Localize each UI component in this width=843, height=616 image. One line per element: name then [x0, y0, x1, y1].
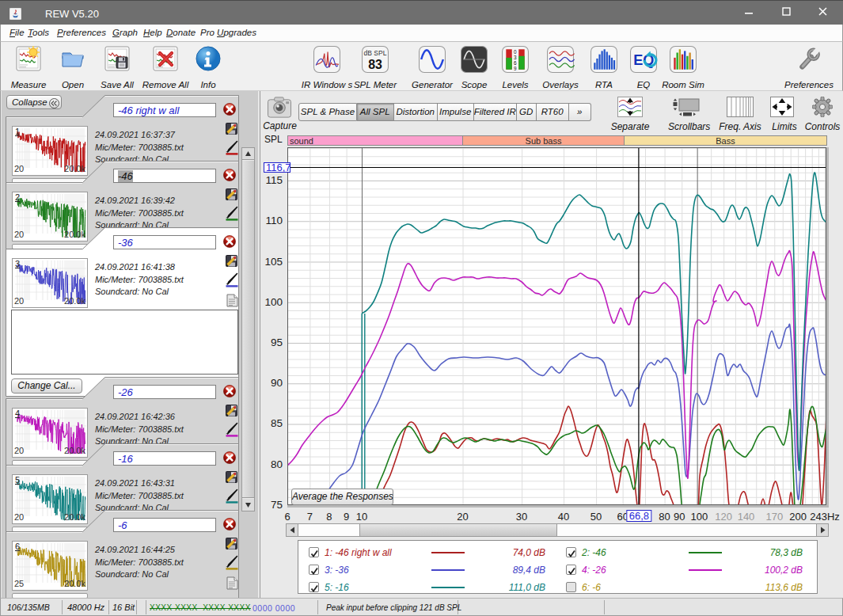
svg-text:9: 9	[514, 66, 517, 71]
svg-text:3: 3	[514, 55, 517, 60]
svg-text:83: 83	[368, 58, 382, 71]
svg-text:0: 0	[514, 49, 517, 55]
svg-text:dB SPL: dB SPL	[364, 49, 387, 57]
